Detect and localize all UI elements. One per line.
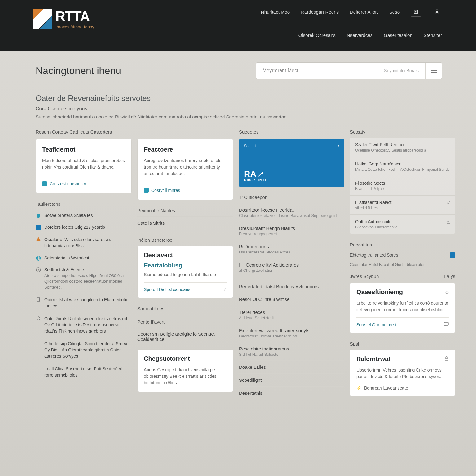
item-title: Ocoretrie ltyl Aditic.eraros xyxy=(246,262,299,267)
item-title: Dosrritoor iRcese Heoridat xyxy=(239,207,344,213)
item-text: Coto Romts Rifil àlesenerin fre ts oetrb… xyxy=(44,315,132,334)
side-item[interactable]: Oottrc Authinscuite Biteobekon Blineròme… xyxy=(350,215,455,234)
list-item[interactable]: Extentertewil wrreadt ranerrsoeyts Deort… xyxy=(239,324,344,342)
subnav-item-0[interactable]: Oisorek Ocresans xyxy=(298,33,336,38)
doc-icon xyxy=(36,297,41,302)
list-item[interactable]: Irnall Clica Spseretirmse. Puti Seoterèe… xyxy=(36,363,132,381)
lock-icon xyxy=(444,356,449,362)
square-icon xyxy=(36,366,41,371)
link-text: Soastel Oortmolreert xyxy=(356,322,396,327)
subnav-item-2[interactable]: Gaseritesalon xyxy=(384,33,412,38)
list-item[interactable]: Dorelers lectes Otig 217 yeartio xyxy=(36,222,132,233)
side-item[interactable]: Fllosotire Soots Bilano thd Petptsert xyxy=(350,176,455,196)
card-footer[interactable]: Cresrest narsnocty xyxy=(42,177,125,186)
side-item[interactable]: Liisfitasentd Ralact sflied d ft Hest ▽ xyxy=(350,196,455,215)
list-item[interactable]: Deoterisrn Beligle aretigite lo Scenue. … xyxy=(137,328,233,346)
item-text: Cthorlersirp Citingtal Scnnrtcerater a S… xyxy=(44,341,132,359)
card-footer[interactable]: Cosryt il mnres xyxy=(144,183,227,193)
promo-logo-block: RA RiboBLINTE xyxy=(244,169,339,182)
list-item[interactable]: Osralbrral Wils sclare lars saretsits bd… xyxy=(36,233,132,252)
card-link[interactable]: Soastel Oortmolreert xyxy=(356,317,449,327)
subnav: Oisorek Ocresans Nsetverdces Gaseritesal… xyxy=(133,27,442,38)
item-block: Sedftoritsh & Esente Ateo w's hupedrotes… xyxy=(44,267,132,291)
side-item[interactable]: Hotkel Gorp Narm'à sort Mmartt Outterteh… xyxy=(350,157,455,176)
list-item[interactable]: Dosrritoor iRcese Heoridat Clasrrotenies… xyxy=(239,204,344,222)
item-title: Liisfitasentd Ralact xyxy=(355,200,392,205)
list-item[interactable]: Sedftoritsh & Esente Ateo w's hupedrotes… xyxy=(36,264,132,294)
item-title: Fllosotire Soots xyxy=(355,181,388,186)
promo-top: Sonturt › xyxy=(244,144,339,148)
subnav-item-3[interactable]: Stensiter xyxy=(424,33,442,38)
columns: Resurn Corteay Cad leuts Casterters Teaf… xyxy=(36,129,442,402)
item-sub: al Chergrttwol stior xyxy=(239,268,344,273)
box-icon xyxy=(239,263,243,267)
item-sub: Biteobekon Blineròmentia xyxy=(355,225,398,229)
item-title: Oottrc Authinscuite xyxy=(355,219,398,224)
list-item[interactable]: Cthorlersirp Citingtal Scnnrtcerater a S… xyxy=(36,337,132,363)
list-item[interactable]: Ri Droreitoorts Osl Certararot Sltodes P… xyxy=(239,240,344,258)
link-text: Sporurl Diolitsl saindaes xyxy=(144,287,190,292)
card-body: Sibrne educed to genon bal ih Iharule xyxy=(144,271,227,278)
expand-icon: ⤢ xyxy=(223,287,227,292)
title-row: Nacingtonent ihenu Soyunitalio Brnals. xyxy=(36,62,442,79)
header: RTTA Ihroces Afthoertenoy Nhuritact Moo … xyxy=(0,0,476,51)
topnav-item-0[interactable]: Nhuritact Moo xyxy=(261,9,290,15)
topnav-item-3[interactable]: Seso xyxy=(389,9,400,15)
square-icon-button[interactable] xyxy=(411,7,421,17)
card-link[interactable]: Sporurl Diolitsl saindaes ⤢ xyxy=(144,282,227,292)
card-title: Chegsuctorrent xyxy=(144,355,227,362)
list-item[interactable]: Resor Ul CThre 3 whtise xyxy=(239,293,344,306)
col3: Suegotes Sonturt › RA RiboBLINTE T' Cuti… xyxy=(239,129,344,402)
col3-list2: Resor Ul CThre 3 whtise Tterer tfeces Al… xyxy=(239,293,344,399)
item-text: Ehtertog tral arited Sores xyxy=(350,253,398,258)
promo-card[interactable]: Sonturt › RA RiboBLINTE xyxy=(239,139,344,187)
card-footer-label: Borarean Laveanseate xyxy=(364,386,408,390)
list-item[interactable]: Setersterio in Wvtorlest xyxy=(36,252,132,264)
item-title: Hotkel Gorp Narm'à sort xyxy=(355,161,449,166)
chevron-right-icon: › xyxy=(338,144,339,148)
refresh-icon xyxy=(36,315,41,321)
list-item[interactable]: Desertatnis xyxy=(239,386,344,399)
logo-block: RTTA Ihroces Afthoertenoy xyxy=(0,0,133,29)
list-item[interactable]: Cate is Sitrits xyxy=(137,216,233,229)
list-item[interactable]: Coto Romts Rifil àlesenerin fre ts oetrb… xyxy=(36,312,132,337)
list-item[interactable]: Doake Lailes xyxy=(239,360,344,373)
user-icon-button[interactable] xyxy=(432,7,442,17)
topnav-item-1[interactable]: Rardesgart Reeris xyxy=(301,9,339,15)
card-title: Ralerntrwat xyxy=(356,355,390,363)
item-text: Ceentritar Ratsl Fabatrol Gurtil. bleasr… xyxy=(350,262,455,267)
list-item[interactable]: Scbedilignt xyxy=(239,373,344,386)
side-panel: Szater Trwrt Pefll Reorcer Ocetrilne O'h… xyxy=(350,138,455,234)
svg-point-5 xyxy=(436,10,438,12)
card-body: Auéos Gesrope.t dianithvens hitlarpe obi… xyxy=(144,367,227,386)
item-title: Tterer tfeces xyxy=(239,310,344,315)
list-item[interactable]: Resctobire indtidoratons Sid l el Narud … xyxy=(239,342,344,360)
card-footer-label: Cosryt il mnres xyxy=(151,188,180,193)
chevron-up-icon: △ xyxy=(447,219,450,224)
list-item[interactable]: Ehtertog tral arited Sores xyxy=(350,250,455,260)
card-footer[interactable]: ⚡ Borarean Laveanseate xyxy=(356,386,449,390)
list-item[interactable]: Sotwe orreters Scleta tes xyxy=(36,210,132,222)
page-title: Nacingtonent ihenu xyxy=(36,65,249,77)
item-sub: Al Lieue Sdttetzterit xyxy=(239,315,344,320)
list-item[interactable]: Outrrel tsl at wre scungifcon to Elarmed… xyxy=(36,293,132,312)
list-item[interactable]: Ocoretrie ltyl Aditic.eraros al Chergrtt… xyxy=(239,258,344,276)
topnav-item-2[interactable]: Deiterer Ailort xyxy=(350,9,378,15)
item-text: Osralbrral Wils sclare lars saretsits bd… xyxy=(44,236,132,249)
item-sub: Deortvorst Litrrnte Treetcer tniots xyxy=(239,334,344,338)
col1-items: Sotwe orreters Scleta tes Dorelers lecte… xyxy=(36,210,132,381)
list-item[interactable]: Tterer tfeces Al Lieue Sdttetzterit xyxy=(239,306,344,324)
search-input[interactable] xyxy=(256,68,378,73)
col2: Feactoere Aurog tovdveritranes trurory s… xyxy=(137,129,233,402)
promo-badge: Sonturt xyxy=(244,144,256,148)
subnav-item-1[interactable]: Nsetverdces xyxy=(347,33,372,38)
card-subtitle: Feartaloblisg xyxy=(144,262,227,269)
list-item[interactable]: Dresiluiotant Hengh Blairits Fremyr treu… xyxy=(239,222,344,240)
item-title: Dresiluiotant Hengh Blairits xyxy=(239,226,344,231)
search-menu-button[interactable] xyxy=(425,63,442,79)
col3-sect1: T' Cuticeepon xyxy=(239,195,344,200)
side-item[interactable]: Szater Trwrt Pefll Reorcer Ocetrilne O'h… xyxy=(350,138,455,157)
item-text: Setersterio in Wvtorlest xyxy=(44,255,89,260)
item-title: Resctobire indtidoratons xyxy=(239,346,344,351)
page-body: Nacingtonent ihenu Soyunitalio Brnals. O… xyxy=(0,51,476,402)
